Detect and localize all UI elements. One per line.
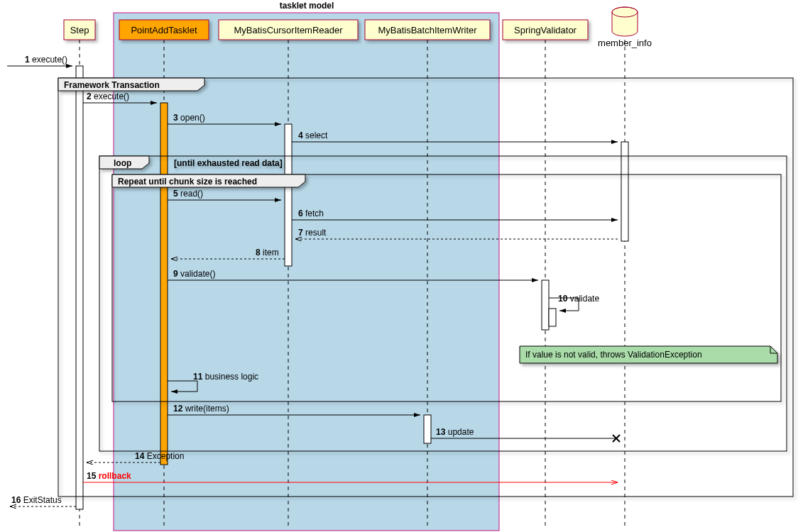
activation-db-1: [621, 142, 628, 241]
svg-text:10 validate: 10 validate: [558, 294, 599, 304]
svg-text:15 rollback: 15 rollback: [87, 471, 131, 481]
svg-text:MyBatisBatchItemWriter: MyBatisBatchItemWriter: [378, 25, 477, 35]
activation-reader: [285, 124, 292, 266]
svg-text:14 Exception: 14 Exception: [135, 451, 184, 461]
participant-step: Step: [64, 20, 95, 40]
svg-text:SpringValidator: SpringValidator: [514, 25, 577, 35]
svg-text:PointAddTasklet: PointAddTasklet: [131, 25, 197, 35]
svg-text:13 update: 13 update: [436, 427, 474, 437]
svg-text:16 ExitStatus: 16 ExitStatus: [11, 495, 62, 505]
activation-validator: [542, 280, 549, 330]
svg-text:5 read(): 5 read(): [173, 189, 203, 199]
svg-text:6 fetch: 6 fetch: [298, 209, 324, 218]
svg-text:1 execute(): 1 execute(): [25, 55, 67, 65]
svg-text:8 item: 8 item: [256, 248, 279, 257]
group-title: tasklet model: [280, 1, 334, 11]
svg-text:If value is not valid, throws : If value is not valid, throws Validation…: [525, 350, 702, 360]
svg-text:11 business logic: 11 business logic: [193, 372, 258, 382]
svg-text:4 select: 4 select: [298, 131, 328, 140]
sequence-diagram: tasklet model Step PointAddTasklet MyBat…: [0, 0, 803, 532]
svg-text:3 open(): 3 open(): [173, 113, 205, 123]
svg-text:Repeat until chunk size is rea: Repeat until chunk size is reached: [118, 177, 257, 187]
note-validation: If value is not valid, throws Validation…: [520, 346, 777, 363]
svg-text:Framework Transaction: Framework Transaction: [64, 80, 160, 90]
participant-writer: MyBatisBatchItemWriter: [365, 20, 490, 40]
svg-text:2 execute(): 2 execute(): [87, 92, 129, 101]
svg-text:9 validate(): 9 validate(): [173, 269, 215, 279]
participant-db: member_info: [598, 7, 652, 48]
participant-reader: MyBatisCursorItemReader: [219, 20, 358, 40]
svg-text:Step: Step: [70, 25, 89, 35]
svg-text:member_info: member_info: [598, 38, 652, 48]
svg-text:[until exhausted read data]: [until exhausted read data]: [174, 158, 283, 168]
svg-rect-29: [549, 309, 556, 326]
svg-text:MyBatisCursorItemReader: MyBatisCursorItemReader: [234, 25, 343, 35]
participant-tasklet: PointAddTasklet: [119, 20, 209, 40]
svg-text:loop: loop: [114, 158, 131, 168]
activation-tasklet: [160, 103, 168, 465]
svg-text:12 write(items): 12 write(items): [173, 404, 229, 414]
activation-step: [76, 66, 83, 509]
msg-10: 10 validate: [549, 294, 599, 326]
participant-validator: SpringValidator: [503, 20, 588, 40]
svg-text:7 result: 7 result: [298, 228, 327, 238]
activation-writer: [424, 415, 431, 443]
